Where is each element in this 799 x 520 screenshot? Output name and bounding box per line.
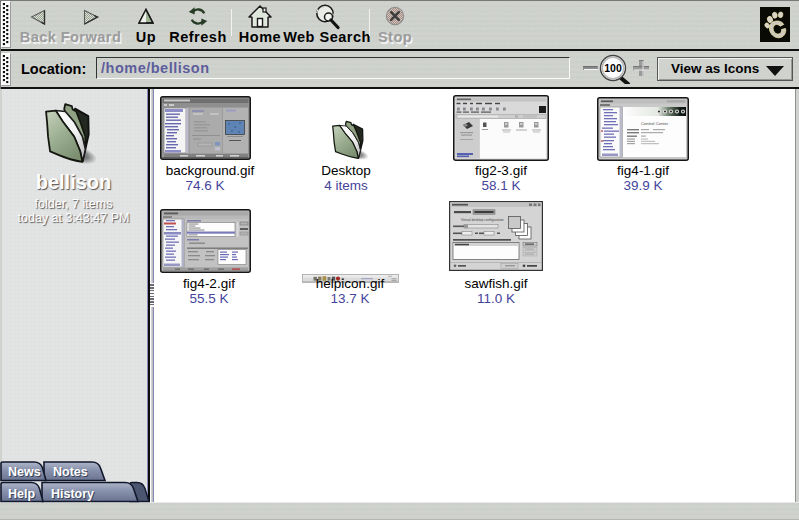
svg-text:Notes: Notes (53, 465, 88, 479)
svg-text:Virtual desktop configuration: Virtual desktop configuration (461, 218, 504, 222)
svg-text:Help: Help (8, 487, 35, 501)
svg-text:News: News (8, 465, 41, 479)
svg-text:100: 100 (604, 62, 622, 74)
svg-text:Control Center: Control Center (641, 121, 669, 126)
svg-text:History: History (51, 487, 94, 501)
